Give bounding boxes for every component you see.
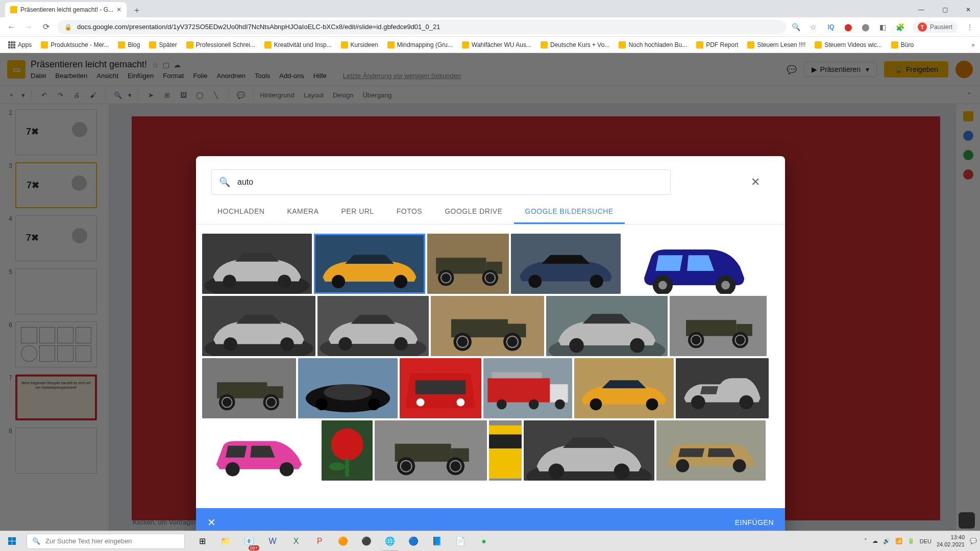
bookmark-item[interactable]: Deutsche Kurs + Vo... (537, 39, 612, 51)
bookmark-item[interactable]: Kreativität und Insp... (261, 39, 335, 51)
windows-search[interactable]: 🔍 Zur Suche Text hier eingeben (27, 534, 185, 549)
minimize-button[interactable]: — (910, 2, 933, 17)
ext-icon-2[interactable]: ⬤ (861, 22, 871, 32)
bookmark-item[interactable]: Steuern Videos wic... (812, 39, 885, 51)
star-icon[interactable]: ☆ (808, 22, 819, 32)
image-result[interactable] (483, 358, 572, 418)
folder-icon (815, 41, 822, 48)
image-result[interactable] (400, 358, 481, 418)
obs-icon[interactable]: ⚫ (355, 531, 378, 552)
image-result[interactable] (322, 420, 373, 481)
iq-icon[interactable]: IQ (826, 22, 836, 32)
spotify-icon[interactable]: ● (473, 531, 495, 552)
bookmark-item[interactable]: Produktsuche - Mer... (38, 39, 112, 51)
menu-icon[interactable]: ⋮ (965, 22, 975, 32)
zoom-icon[interactable]: 🔍 (791, 22, 801, 32)
modal-tab[interactable]: KAMERA (276, 200, 330, 224)
apps-button[interactable]: Apps (5, 39, 35, 51)
bookmark-item[interactable]: PDF Report (693, 39, 741, 51)
modal-tab[interactable]: HOCHLADEN (206, 200, 276, 224)
image-result[interactable] (202, 358, 296, 418)
back-button[interactable]: ← (5, 21, 17, 33)
volume-icon[interactable]: 🔊 (883, 538, 890, 544)
bookmark-item[interactable]: Steuern Lesen !!!! (744, 39, 808, 51)
app-icon-2[interactable]: 📘 (426, 531, 448, 552)
forward-button[interactable]: → (22, 21, 35, 33)
image-result[interactable] (524, 420, 654, 481)
wifi-icon[interactable]: 📶 (895, 538, 902, 544)
start-button[interactable] (0, 531, 24, 552)
image-result[interactable] (676, 358, 769, 418)
modal-tab[interactable]: GOOGLE DRIVE (433, 200, 513, 224)
image-result[interactable] (314, 234, 425, 294)
svg-point-39 (569, 338, 584, 353)
bookmark-item[interactable]: Büro (888, 39, 917, 51)
image-search-input[interactable] (237, 178, 663, 187)
reload-button[interactable]: ⟳ (40, 21, 52, 33)
image-result[interactable] (670, 296, 767, 356)
image-result[interactable] (202, 420, 320, 481)
image-result[interactable] (546, 296, 668, 356)
bookmark-item[interactable]: Mindmapping (Gru... (384, 39, 456, 51)
image-result[interactable] (375, 420, 487, 481)
image-result[interactable] (574, 358, 674, 418)
bookmark-item[interactable]: Professionell Schrei... (183, 39, 258, 51)
modal-close-button[interactable]: ✕ (746, 173, 765, 191)
image-result[interactable] (511, 234, 621, 294)
svg-point-99 (676, 459, 690, 472)
image-result[interactable] (656, 420, 766, 481)
notepad-icon[interactable]: 📄 (449, 531, 472, 552)
svg-point-35 (503, 333, 522, 351)
app-icon-1[interactable]: 🟠 (332, 531, 354, 552)
close-window-button[interactable]: ✕ (957, 2, 980, 17)
file-explorer-icon[interactable]: 📁 (214, 531, 237, 552)
maximize-button[interactable]: ▢ (933, 2, 957, 17)
tab-close-icon[interactable]: ✕ (116, 6, 121, 13)
modal-tab[interactable]: FOTOS (385, 200, 433, 224)
modal-tab[interactable]: GOOGLE BILDERSUCHE (514, 200, 625, 224)
powerpoint-icon[interactable]: P (308, 531, 331, 552)
tray-overflow-icon[interactable]: ˄ (864, 538, 867, 544)
battery-icon[interactable]: 🔋 (908, 538, 915, 544)
image-result[interactable] (489, 420, 522, 481)
clock[interactable]: 13:40 24.02.2021 (937, 534, 965, 547)
ext-icon-1[interactable]: ⬤ (843, 22, 853, 32)
image-results-grid[interactable] (196, 224, 785, 508)
svg-point-59 (368, 398, 380, 411)
extensions-icon[interactable]: 🧩 (895, 22, 905, 32)
mail-icon[interactable]: 📧99+ (238, 531, 260, 552)
bookmark-item[interactable]: Wahlfächer WU Aus... (459, 39, 534, 51)
edge-icon[interactable]: 🔵 (402, 531, 425, 552)
modal-tab[interactable]: PER URL (330, 200, 385, 224)
image-result[interactable] (298, 358, 398, 418)
image-result[interactable] (623, 234, 766, 294)
svg-point-19 (658, 281, 667, 290)
chrome-icon[interactable]: 🌐 (379, 531, 401, 552)
ext-icon-3[interactable]: ◧ (878, 22, 888, 32)
image-result[interactable] (202, 234, 312, 294)
image-result[interactable] (202, 296, 315, 356)
image-result[interactable] (431, 296, 544, 356)
svg-rect-103 (8, 541, 12, 545)
image-result[interactable] (317, 296, 429, 356)
word-icon[interactable]: W (261, 531, 284, 552)
image-result[interactable] (427, 234, 509, 294)
url-field[interactable]: 🔒 docs.google.com/presentation/d/1yV372S… (57, 20, 786, 34)
notifications-icon[interactable]: 💬 (970, 538, 977, 544)
new-tab-button[interactable]: ＋ (130, 3, 144, 17)
bookmark-item[interactable]: Kursideen (338, 39, 381, 51)
language-indicator[interactable]: DEU (920, 538, 932, 544)
bookmark-item[interactable]: Noch hochladen Bu... (616, 39, 690, 51)
insert-button[interactable]: EINFÜGEN (735, 518, 774, 527)
profile-badge[interactable]: T Pausiert (913, 21, 958, 33)
excel-icon[interactable]: X (285, 531, 307, 552)
cancel-selection-button[interactable]: ✕ (207, 516, 216, 529)
browser-tab[interactable]: Präsentieren leicht gemacht! - G... ✕ (5, 2, 127, 17)
onedrive-icon[interactable]: ☁ (872, 538, 878, 544)
svg-point-33 (453, 333, 472, 351)
bookmark-item[interactable]: Blog (115, 39, 143, 51)
bookmark-item[interactable]: Später (146, 39, 180, 51)
image-search-box[interactable]: 🔍 (211, 169, 671, 195)
bookmarks-overflow-icon[interactable]: » (971, 41, 975, 48)
task-view-button[interactable]: ⊞ (191, 531, 213, 552)
